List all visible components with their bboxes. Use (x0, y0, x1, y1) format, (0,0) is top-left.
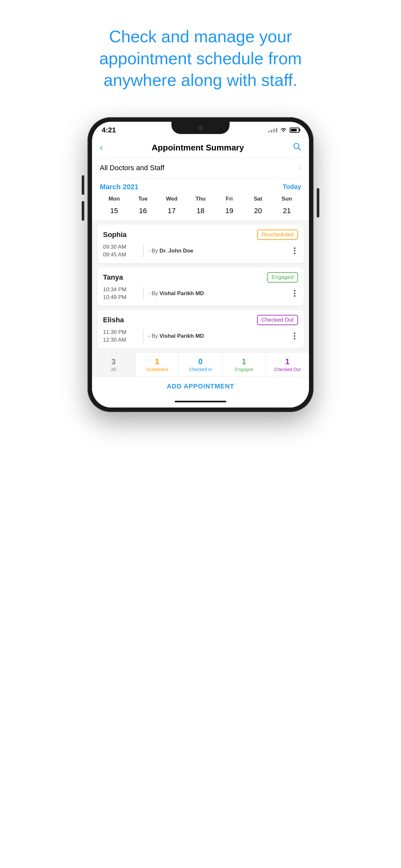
summary-count-all: 3 (95, 357, 133, 366)
summary-label-checked-in: Checked In (181, 367, 220, 372)
page-title: Appointment Summary (152, 143, 244, 153)
more-button-sophia[interactable] (291, 246, 298, 255)
patient-name-sophia: Sophia (103, 230, 127, 239)
summary-label-engaged: Engaged (225, 367, 263, 372)
by-label-elisha: By (151, 333, 159, 339)
status-time: 4:21 (102, 126, 116, 134)
appt-bottom-tanya: 10:34 PM 10:49 PM - By Vishal Parikh MD (103, 286, 298, 301)
summary-all[interactable]: 3 All (92, 352, 135, 376)
date-18[interactable]: 18 (186, 205, 215, 217)
day-header-sat: Sat (244, 196, 273, 202)
volume-up-button (82, 201, 84, 221)
date-19-selected: 19 (225, 207, 233, 215)
appt-top-tanya: Tanya Engaged (103, 272, 298, 283)
add-appointment-button[interactable]: ADD APPOINTMENT (167, 383, 235, 390)
app-header: ‹ Appointment Summary (92, 138, 309, 158)
by-label-tanya: By (151, 290, 159, 297)
more-button-elisha[interactable] (291, 331, 298, 341)
battery-icon (289, 128, 299, 133)
appt-divider-tanya (143, 287, 144, 300)
summary-engaged[interactable]: 1 Engaged (222, 352, 266, 376)
appt-times-elisha: 11:30 PM 12:30 AM (103, 329, 138, 343)
today-button[interactable]: Today (283, 183, 301, 190)
wifi-icon (280, 128, 287, 133)
day-header-fri: Fri (215, 196, 244, 202)
svg-point-0 (283, 131, 284, 132)
summary-count-checked-out: 1 (268, 357, 306, 366)
phone-frame: 4:21 (88, 117, 313, 412)
calendar-header: March 2021 Today (100, 183, 301, 191)
promo-text: Check and manage your appointment schedu… (55, 26, 346, 91)
back-button[interactable]: ‹ (100, 143, 103, 153)
calendar-dates: 15 16 17 18 19 20 21 (100, 205, 301, 217)
appt-detail-sophia: - By Dr. John Doe (148, 248, 291, 254)
appt-bottom-sophia: 09:30 AM 09:45 AM - By Dr. John Doe (103, 244, 298, 258)
appt-divider (143, 244, 144, 257)
summary-bar: 3 All 1 Scheduled 0 Checked In 1 Engaged… (92, 352, 309, 376)
start-time-tanya: 10:34 PM (103, 286, 138, 293)
end-time-tanya: 10:49 PM (103, 294, 138, 301)
summary-checked-out[interactable]: 1 Checked Out (266, 352, 309, 376)
patient-name-tanya: Tanya (103, 273, 123, 282)
summary-label-checked-out: Checked Out (268, 367, 306, 372)
date-17[interactable]: 17 (157, 205, 186, 217)
status-badge-checked-out: Checked Out (257, 315, 298, 325)
appt-divider-elisha (143, 330, 144, 343)
more-button-tanya[interactable] (291, 289, 298, 298)
appt-times-sophia: 09:30 AM 09:45 AM (103, 244, 138, 258)
appt-top-sophia: Sophia Rescheduled (103, 229, 298, 240)
power-button (317, 188, 319, 217)
status-badge-engaged: Engaged (267, 272, 298, 283)
appt-detail-elisha: - By Vishal Parikh MD (148, 333, 291, 339)
day-header-mon: Mon (100, 196, 128, 202)
appointment-card-elisha: Elisha Checked Out 11:30 PM 12:30 AM - B… (97, 310, 304, 348)
appt-times-tanya: 10:34 PM 10:49 PM (103, 286, 138, 301)
date-15[interactable]: 15 (100, 205, 128, 217)
end-time-sophia: 09:45 AM (103, 252, 138, 258)
appt-detail-tanya: - By Vishal Parikh MD (148, 290, 291, 297)
day-header-thu: Thu (186, 196, 215, 202)
add-appointment-section: ADD APPOINTMENT (92, 376, 309, 396)
appointment-card-sophia: Sophia Rescheduled 09:30 AM 09:45 AM - B… (97, 224, 304, 263)
home-bar (175, 401, 226, 402)
phone-screen: 4:21 (92, 122, 309, 407)
calendar-day-headers: Mon Tue Wed Thu Fri Sat Sun (100, 196, 301, 202)
appt-bottom-elisha: 11:30 PM 12:30 AM - By Vishal Parikh MD (103, 329, 298, 343)
summary-label-all: All (95, 367, 133, 372)
summary-scheduled[interactable]: 1 Scheduled (135, 352, 179, 376)
by-label-sophia: By (151, 248, 159, 254)
appointments-list: Sophia Rescheduled 09:30 AM 09:45 AM - B… (92, 221, 309, 352)
summary-count-scheduled: 1 (138, 357, 176, 366)
note-elisha: - (148, 333, 151, 339)
summary-count-checked-in: 0 (181, 357, 220, 366)
status-icons (268, 128, 299, 133)
summary-checked-in[interactable]: 0 Checked In (179, 352, 222, 376)
date-19[interactable]: 19 (215, 205, 244, 217)
appointment-card-tanya: Tanya Engaged 10:34 PM 10:49 PM - By Vis… (97, 267, 304, 306)
appt-top-elisha: Elisha Checked Out (103, 315, 298, 325)
patient-name-elisha: Elisha (103, 316, 124, 324)
status-bar: 4:21 (92, 122, 309, 138)
calendar-section: March 2021 Today Mon Tue Wed Thu Fri Sat… (92, 178, 309, 221)
notch (172, 122, 229, 134)
month-label: March 2021 (100, 183, 138, 191)
date-16[interactable]: 16 (128, 205, 157, 217)
day-header-wed: Wed (157, 196, 186, 202)
staff-selector[interactable]: All Doctors and Staff › (92, 158, 309, 178)
chevron-right-icon: › (299, 164, 301, 172)
note-sophia: - (148, 248, 151, 254)
day-header-tue: Tue (128, 196, 157, 202)
home-indicator (92, 396, 309, 407)
doctor-name-tanya: Vishal Parikh MD (159, 290, 204, 297)
date-21[interactable]: 21 (273, 205, 301, 217)
doctor-name-sophia: Dr. John Doe (159, 248, 193, 254)
summary-label-scheduled: Scheduled (138, 367, 176, 372)
volume-down-button (82, 175, 84, 195)
doctor-name-elisha: Vishal Parikh MD (159, 333, 204, 339)
search-button[interactable] (293, 143, 301, 153)
start-time-sophia: 09:30 AM (103, 244, 138, 250)
note-tanya: - (148, 290, 151, 297)
date-20[interactable]: 20 (244, 205, 273, 217)
camera (198, 126, 203, 130)
summary-count-engaged: 1 (225, 357, 263, 366)
